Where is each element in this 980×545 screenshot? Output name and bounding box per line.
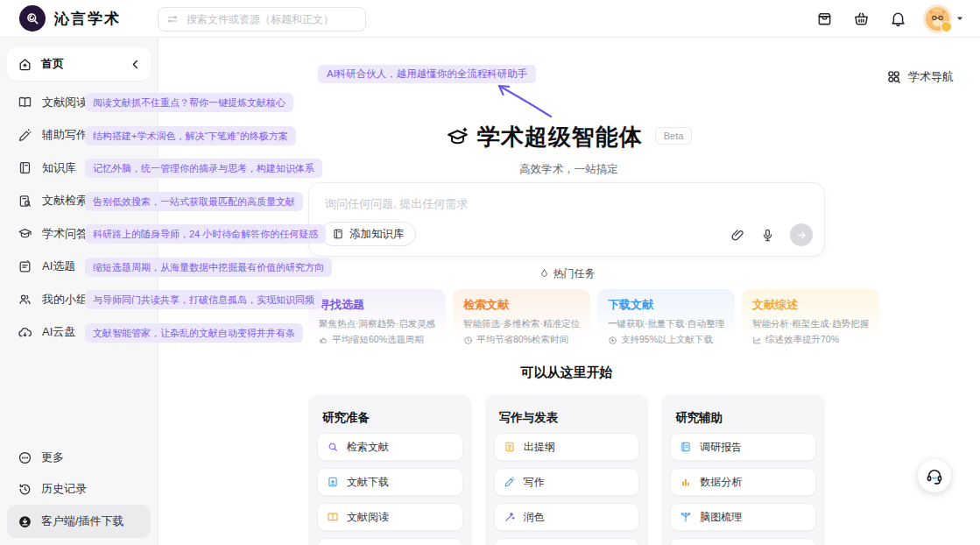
start-column-title: 研究准备	[322, 410, 463, 426]
app-logo[interactable]	[19, 5, 46, 32]
global-search[interactable]	[158, 7, 366, 32]
beta-badge: Beta	[655, 127, 693, 145]
caret-down-icon[interactable]	[954, 12, 966, 25]
prompt-input[interactable]	[323, 195, 810, 221]
grad-cap-sparkle-icon	[446, 125, 469, 149]
bar-chart-icon	[680, 476, 692, 488]
start-item[interactable]: 选题	[317, 538, 463, 545]
sidebar-footer-label: 更多	[41, 449, 64, 465]
download-badge-icon	[608, 336, 617, 345]
hot-task-stat: 综述效率提升70%	[752, 334, 869, 346]
start-column-title: 写作与发表	[499, 410, 640, 426]
start-item[interactable]: 调研报告	[670, 433, 816, 461]
home-icon	[18, 57, 32, 72]
sidebar-footer-item[interactable]: 更多	[7, 442, 151, 473]
support-button[interactable]	[918, 459, 951, 492]
start-item[interactable]: 脑图梳理	[670, 503, 816, 531]
sidebar-footer-label: 客户端/插件下载	[41, 513, 124, 529]
sidebar-item-label: 文献阅读	[42, 95, 88, 110]
sidebar-item-tooltip: 缩短选题周期，从海量数据中挖掘最有价值的研究方向	[85, 258, 332, 277]
market-basket-icon[interactable]	[852, 10, 871, 28]
mindmap-icon	[680, 511, 692, 523]
inbox-box-icon[interactable]	[815, 10, 834, 28]
search-input[interactable]	[185, 12, 357, 26]
hot-task-stat-text: 综述效率提升70%	[765, 334, 839, 346]
sidebar-item-label: 辅助写作	[42, 127, 88, 143]
start-column: 研究准备检索文献文献下载文献阅读选题	[308, 394, 472, 545]
start-item[interactable]: 研究设计	[670, 538, 816, 545]
sidebar-collapse-button[interactable]	[128, 57, 143, 72]
start-item[interactable]: 文献下载	[317, 468, 463, 496]
start-item[interactable]: 写作	[494, 468, 640, 496]
wand-icon	[504, 511, 516, 523]
book-open-icon	[18, 95, 32, 110]
academic-nav-link[interactable]: 学术导航	[885, 68, 954, 85]
hot-task-desc: 一键获取·批量下载·自动整理	[608, 318, 724, 330]
sidebar-item-tooltip: 结构搭建+学术润色，解决“下笔难”的终极方案	[85, 126, 296, 145]
sidebar-home-label: 首页	[41, 56, 128, 72]
grad-cap-icon	[18, 226, 32, 241]
hot-task-stat-text: 平均缩短60%选题周期	[332, 334, 424, 346]
sidebar-footer: 更多历史记录客户端/插件下载	[7, 442, 151, 538]
flame-icon	[539, 268, 550, 280]
hot-task-card[interactable]: 寻找选题聚焦热点·洞察趋势·启发灵感平均缩短60%选题周期	[308, 289, 446, 344]
download-circle-icon	[18, 514, 32, 529]
academic-nav-label: 学术导航	[908, 69, 954, 85]
avatar[interactable]	[926, 7, 949, 31]
add-knowledge-base-button[interactable]: 添加知识库	[321, 222, 416, 246]
coin-badge	[941, 21, 952, 32]
thumbs-up-icon	[319, 336, 328, 345]
paperclip-icon[interactable]	[730, 228, 745, 243]
prompt-controls	[730, 223, 813, 246]
account-menu[interactable]	[926, 7, 966, 31]
hot-task-card[interactable]: 检索文献智能筛选·多维检索·精准定位平均节省80%检索时间	[453, 289, 590, 344]
cloud-icon	[18, 325, 32, 340]
start-item-label: 文献阅读	[347, 510, 389, 525]
start-item[interactable]: 数据分析	[670, 468, 816, 496]
start-item[interactable]: 出提纲	[494, 433, 640, 461]
sidebar-item-label: AI云盘	[42, 324, 75, 340]
sidebar-item-tooltip: 科研路上的随身导师，24 小时待命解答你的任何疑惑	[85, 224, 326, 244]
search-icon	[327, 441, 339, 453]
start-item[interactable]: 翻译	[494, 538, 640, 545]
notebook-icon	[18, 160, 32, 175]
prompt-box[interactable]: 添加知识库	[308, 182, 825, 257]
hot-task-stat: 平均节省80%检索时间	[463, 334, 580, 346]
sidebar-item-label: 知识库	[42, 160, 76, 176]
hot-task-card[interactable]: 下载文献一键获取·批量下载·自动整理支持95%以上文献下载	[597, 289, 735, 344]
start-item-label: 润色	[524, 510, 545, 525]
start-item-label: 写作	[524, 475, 545, 490]
bell-icon[interactable]	[889, 10, 907, 28]
start-item[interactable]: 文献阅读	[317, 503, 463, 531]
sidebar-footer-label: 历史记录	[41, 481, 87, 497]
send-button[interactable]	[790, 223, 813, 246]
add-knowledge-base-label: 添加知识库	[349, 227, 405, 242]
sidebar-footer-item[interactable]: 客户端/插件下载	[7, 505, 151, 538]
start-column: 研究辅助调研报告数据分析脑图梳理研究设计	[661, 394, 825, 545]
start-column: 写作与发表出提纲写作润色翻译	[485, 394, 649, 545]
arrow-right-icon	[796, 230, 807, 241]
app-title: 沁言学术	[54, 9, 121, 29]
hot-task-stat-text: 平均节省80%检索时间	[476, 334, 568, 346]
outline-doc-icon	[504, 441, 516, 453]
start-item[interactable]: 检索文献	[317, 433, 463, 461]
start-item[interactable]: 润色	[494, 503, 640, 531]
pen-icon	[504, 476, 516, 488]
hot-task-desc: 智能分析·框架生成·趋势把握	[752, 318, 869, 330]
start-column-title: 研究辅助	[675, 410, 816, 426]
sidebar-item-label: 学术问答	[42, 226, 88, 242]
notebook-icon	[332, 228, 344, 240]
start-section-title: 可以从这里开始	[308, 365, 825, 381]
hot-tasks-heading: 热门任务	[308, 266, 825, 282]
sidebar-item-label: AI选题	[42, 258, 75, 274]
sidebar-item-home[interactable]: 首页	[7, 47, 151, 81]
promo-badge: AI科研合伙人，越用越懂你的全流程科研助手	[318, 65, 536, 83]
grid-circles-icon	[885, 68, 902, 85]
hot-task-stat: 支持95%以上文献下载	[608, 334, 724, 346]
hot-task-card[interactable]: 文献综述智能分析·框架生成·趋势把握综述效率提升70%	[742, 289, 879, 344]
mic-icon[interactable]	[760, 228, 775, 243]
sidebar-footer-item[interactable]: 历史记录	[7, 473, 151, 505]
ellipsis-circle-icon	[18, 450, 32, 465]
trend-icon	[752, 336, 762, 345]
sidebar-item-tooltip: 记忆外脑，统一管理你的摘录与思考，构建知识体系	[85, 159, 322, 178]
